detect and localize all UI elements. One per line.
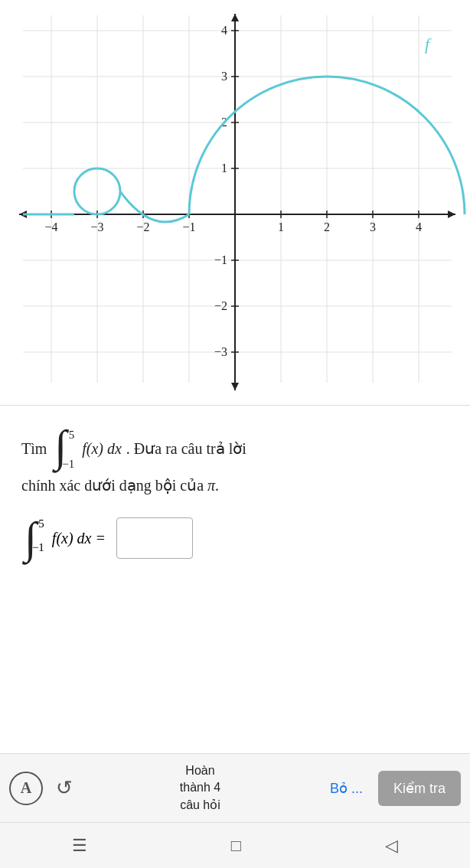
connecting-curve [120, 191, 189, 222]
svg-marker-22 [231, 383, 239, 390]
svg-text:1: 1 [278, 220, 284, 233]
answer-lower: −1 [32, 541, 44, 554]
check-button[interactable]: Kiểm tra [378, 771, 461, 806]
back-icon[interactable]: ◁ [385, 836, 398, 856]
instruction-suffix: . Đưa ra câu trả lời [126, 436, 246, 461]
instruction-prefix: Tìm [21, 436, 47, 461]
menu-icon[interactable]: ☰ [72, 836, 87, 856]
complete-label: Hoànthành 4câu hỏi [86, 762, 315, 814]
integral-lower: −1 [62, 455, 74, 473]
svg-text:4: 4 [416, 220, 422, 233]
answer-area: ∫ 5 −1 f(x) dx = [0, 510, 470, 576]
problem-statement: Tìm ∫ 5 −1 f(x) dx . Đưa ra câu trả lời [21, 424, 449, 473]
curve-label: f [425, 34, 432, 54]
bottom-nav: ☰ □ ◁ [0, 822, 470, 868]
svg-text:−3: −3 [90, 220, 103, 233]
integrand: f(x) dx [82, 436, 122, 461]
home-icon[interactable]: □ [231, 836, 241, 856]
answer-input-box[interactable] [116, 517, 193, 559]
svg-text:−4: −4 [44, 220, 57, 233]
problem-area: Tìm ∫ 5 −1 f(x) dx . Đưa ra câu trả lời … [0, 406, 470, 510]
svg-text:4: 4 [221, 24, 227, 37]
refresh-icon: ↺ [56, 776, 73, 800]
discard-button[interactable]: Bỏ ... [322, 780, 370, 797]
svg-marker-18 [448, 210, 455, 218]
answer-upper: 5 [38, 517, 44, 530]
svg-text:2: 2 [324, 220, 330, 233]
svg-text:−3: −3 [214, 345, 227, 358]
bottom-toolbar: A ↺ Hoànthành 4câu hỏi Bỏ ... Kiểm tra [0, 753, 470, 822]
svg-text:3: 3 [370, 220, 376, 233]
instruction-line2: chính xác dưới dạng bội của π. [21, 473, 449, 498]
graph-svg: −4 −3 −2 −1 1 2 3 4 4 3 2 1 [0, 0, 470, 406]
icon-a-button[interactable]: A [9, 772, 43, 805]
graph-area: −4 −3 −2 −1 1 2 3 4 4 3 2 1 [0, 0, 470, 406]
svg-text:−2: −2 [136, 220, 149, 233]
svg-text:1: 1 [221, 162, 227, 175]
integral-upper: 5 [69, 426, 75, 444]
answer-integrand: f(x) dx = [52, 530, 106, 547]
svg-marker-21 [231, 14, 239, 21]
svg-text:−2: −2 [214, 299, 227, 312]
svg-text:3: 3 [221, 70, 227, 83]
svg-text:−1: −1 [182, 220, 195, 233]
refresh-button[interactable]: ↺ [51, 775, 78, 802]
svg-text:−1: −1 [214, 253, 227, 266]
